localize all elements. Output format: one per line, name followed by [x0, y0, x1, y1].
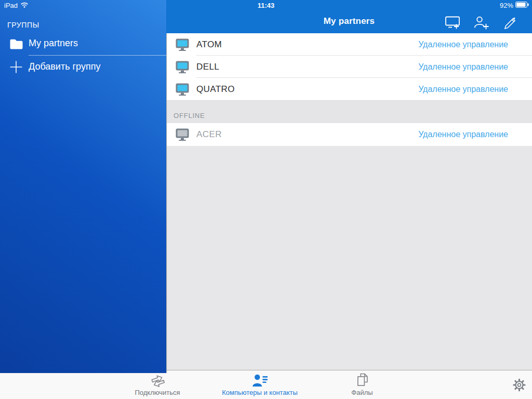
- groups-section-title: ГРУППЫ: [7, 21, 39, 29]
- settings-button[interactable]: [512, 378, 526, 392]
- nav-actions: [444, 11, 518, 33]
- tab-computers-contacts[interactable]: Компьютеры и контакты: [222, 373, 298, 396]
- teamviewer-app: iPad 11:43 92% ГРУППЫ: [0, 0, 532, 399]
- status-bar: iPad 11:43 92%: [0, 0, 532, 11]
- remote-control-link[interactable]: Удаленное управление: [418, 40, 508, 49]
- files-icon: [355, 373, 369, 387]
- partner-name: QUATRO: [196, 84, 235, 95]
- remote-control-link[interactable]: Удаленное управление: [418, 85, 508, 94]
- partner-name: ACER: [196, 129, 222, 140]
- computer-online-icon: [176, 83, 189, 96]
- offline-section-label: OFFLINE: [174, 112, 205, 119]
- partner-row-atom[interactable]: ATOM Удаленное управление: [167, 33, 532, 56]
- tab-bar: Подключиться Компьютеры и контакты: [0, 370, 532, 399]
- add-computer-button[interactable]: [444, 15, 461, 30]
- contacts-list-icon: [251, 373, 268, 387]
- partner-row-dell[interactable]: DELL Удаленное управление: [167, 56, 532, 78]
- partner-row-quatro[interactable]: QUATRO Удаленное управление: [167, 78, 532, 100]
- tab-connect[interactable]: Подключиться: [135, 373, 180, 396]
- partner-list: ATOM Удаленное управление DELL Удаленное…: [167, 33, 532, 146]
- tab-label: Файлы: [351, 389, 373, 396]
- tab-files[interactable]: Файлы: [351, 373, 373, 396]
- partner-name: ATOM: [196, 39, 222, 50]
- add-computer-icon: [444, 15, 461, 30]
- add-group-button[interactable]: Добавить группу: [0, 56, 166, 78]
- add-contact-icon: [473, 15, 489, 30]
- plus-icon: [9, 60, 23, 76]
- tab-label: Компьютеры и контакты: [222, 389, 298, 396]
- add-group-label: Добавить группу: [29, 61, 100, 72]
- folder-icon: [9, 38, 23, 51]
- partner-row-acer[interactable]: ACER Удаленное управление: [167, 123, 532, 146]
- connect-arrows-icon: [148, 373, 167, 387]
- pencil-icon: [501, 15, 518, 30]
- battery-percent: 92%: [500, 0, 513, 11]
- gear-icon: [512, 378, 526, 392]
- battery-icon: [515, 0, 529, 11]
- tab-label: Подключиться: [135, 389, 180, 396]
- remote-control-link[interactable]: Удаленное управление: [418, 130, 508, 139]
- group-label: My partners: [29, 38, 78, 49]
- clock: 11:43: [0, 0, 532, 11]
- computer-online-icon: [176, 61, 189, 73]
- remote-control-link[interactable]: Удаленное управление: [418, 62, 508, 72]
- edit-button[interactable]: [501, 15, 518, 30]
- sidebar-item-my-partners[interactable]: My partners: [0, 33, 166, 55]
- status-right: 92%: [500, 0, 529, 11]
- groups-sidebar: ГРУППЫ My partners Добавить группу: [0, 0, 166, 373]
- add-contact-button[interactable]: [473, 15, 489, 30]
- computer-online-icon: [176, 38, 189, 51]
- computer-offline-icon: [176, 128, 189, 141]
- offline-section-header: OFFLINE: [167, 100, 532, 123]
- partner-name: DELL: [196, 62, 219, 72]
